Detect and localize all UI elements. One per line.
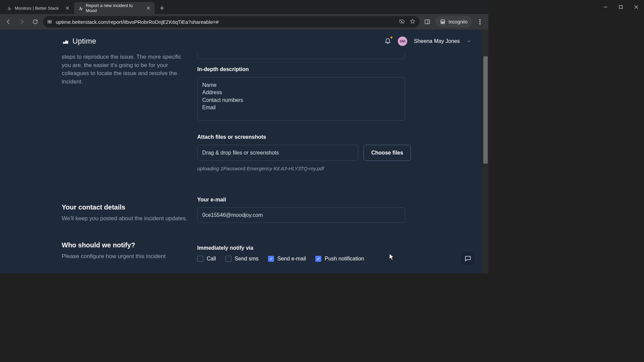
uploading-status: uploading 1Password Emergency Kit A3-HLY… [197, 166, 432, 171]
user-name[interactable]: Sheena May Jones [414, 38, 460, 44]
tab-title: Report a new incident to Mood [86, 3, 140, 13]
dropzone-text: Drag & drop files or screenshots [202, 150, 279, 156]
notify-options: Call Send sms Send e-mail Push notificat… [197, 256, 432, 262]
checkbox-icon [225, 256, 231, 262]
chevron-down-icon[interactable] [467, 39, 471, 44]
svg-rect-5 [425, 20, 430, 24]
contact-help-text: We'll keep you posted about the incident… [62, 215, 189, 223]
app-header: Uptime SM Sheena May Jones [0, 29, 483, 53]
description-textarea[interactable] [197, 77, 405, 121]
previous-input-edge[interactable] [197, 53, 405, 59]
side-panel-icon[interactable] [422, 16, 433, 27]
star-icon[interactable] [410, 18, 416, 25]
brand-name: Uptime [72, 37, 96, 46]
choose-files-button[interactable]: Choose files [364, 145, 411, 161]
file-dropzone[interactable]: Drag & drop files or screenshots [197, 145, 358, 161]
email-label: Your e-mail [197, 197, 432, 203]
email-value: 0ce15546@moodjoy.com [202, 212, 263, 218]
tab-title: Monitors | Better Stack [15, 6, 59, 11]
address-bar[interactable]: uptime.betterstack.com/report/itbvoPRobr… [43, 16, 420, 27]
favicon-icon [78, 5, 83, 11]
browser-menu-button[interactable] [474, 16, 486, 27]
checkbox-label: Send sms [235, 256, 259, 262]
description-label: In-depth description [197, 66, 432, 72]
scrollbar-thumb[interactable] [483, 56, 488, 164]
svg-point-8 [479, 23, 481, 24]
chat-icon [464, 255, 472, 262]
checkbox-push[interactable]: Push notification [315, 256, 364, 262]
close-icon[interactable] [65, 5, 70, 11]
notify-help-text: Please configure how urgent this inciden… [62, 252, 189, 261]
vertical-scrollbar[interactable] [483, 29, 488, 274]
tab-strip: Monitors | Better Stack Report a new inc… [0, 0, 488, 14]
description-help-text: steps to reproduce the issue. The more s… [62, 53, 189, 86]
notification-dot-icon [390, 36, 393, 39]
svg-rect-3 [48, 22, 50, 23]
svg-rect-1 [48, 20, 50, 21]
incognito-icon [440, 19, 446, 25]
logo-icon [62, 38, 69, 45]
email-field[interactable]: 0ce15546@moodjoy.com [197, 207, 405, 223]
checkbox-sms[interactable]: Send sms [225, 256, 259, 262]
incognito-label: Incognito [448, 19, 468, 24]
close-icon[interactable] [146, 5, 151, 11]
back-button[interactable] [3, 16, 14, 27]
incognito-chip[interactable]: Incognito [435, 16, 472, 27]
site-info-icon[interactable] [47, 19, 52, 24]
tab-report-incident[interactable]: Report a new incident to Mood [74, 2, 155, 14]
notify-via-label: Immediately notify via [197, 245, 432, 251]
svg-point-6 [479, 19, 481, 20]
new-tab-button[interactable] [157, 3, 167, 13]
checkbox-call[interactable]: Call [197, 256, 216, 262]
brand[interactable]: Uptime [62, 37, 96, 46]
svg-point-7 [479, 21, 481, 22]
contact-section-title: Your contact details [62, 203, 189, 211]
eye-off-icon[interactable] [399, 18, 405, 25]
checkbox-icon [268, 256, 274, 262]
checkbox-label: Send e-mail [277, 256, 306, 262]
app-viewport: Uptime SM Sheena May Jones steps to repr… [0, 29, 488, 274]
url-text: uptime.betterstack.com/report/itbvoPRobr… [56, 19, 219, 25]
support-chat-button[interactable] [460, 251, 476, 266]
browser-toolbar: uptime.betterstack.com/report/itbvoPRobr… [0, 14, 488, 29]
tab-monitors[interactable]: Monitors | Better Stack [3, 2, 74, 14]
checkbox-icon [315, 256, 321, 262]
notifications-button[interactable] [384, 37, 391, 45]
checkbox-icon [197, 256, 203, 262]
checkbox-label: Call [207, 256, 216, 262]
svg-rect-2 [50, 20, 52, 21]
attach-label: Attach files or screenshots [197, 134, 432, 140]
notify-section-title: Who should we notify? [62, 241, 189, 249]
checkbox-label: Push notification [325, 256, 364, 262]
reload-button[interactable] [30, 16, 41, 27]
forward-button[interactable] [16, 16, 28, 27]
avatar[interactable]: SM [398, 37, 407, 46]
browser-chrome: Monitors | Better Stack Report a new inc… [0, 0, 488, 29]
svg-rect-4 [50, 22, 52, 23]
favicon-icon [7, 5, 12, 11]
checkbox-email[interactable]: Send e-mail [268, 256, 306, 262]
